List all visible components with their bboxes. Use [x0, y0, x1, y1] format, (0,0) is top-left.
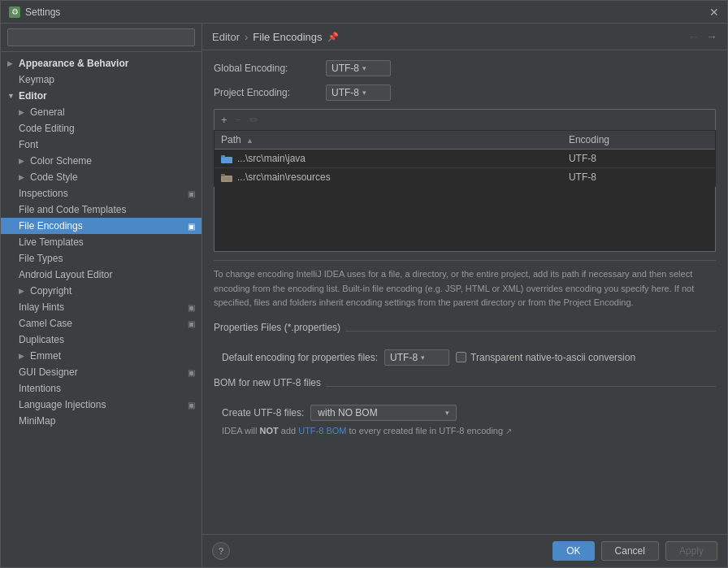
default-encoding-row: Default encoding for properties files: U… [214, 349, 716, 366]
edit-button[interactable]: ✏ [246, 112, 262, 128]
properties-section-title: Properties Files (*.properties) [214, 322, 340, 333]
window-title: Settings [25, 7, 60, 18]
arrow-icon: ▶ [7, 59, 15, 67]
sidebar-item-live-templates[interactable]: Live Templates [1, 234, 202, 250]
sidebar-item-keymap[interactable]: Keymap [1, 72, 202, 88]
transparent-checkbox[interactable] [456, 352, 466, 362]
create-utf8-dropdown[interactable]: with NO BOM ▾ [310, 405, 457, 421]
project-encoding-dropdown[interactable]: UTF-8 ▾ [326, 85, 391, 101]
path-column-header[interactable]: Path ▲ [214, 131, 562, 150]
sidebar-item-inspections[interactable]: Inspections ▣ [1, 185, 202, 202]
sidebar-item-appearance[interactable]: ▶ Appearance & Behavior [1, 55, 202, 72]
default-encoding-dropdown[interactable]: UTF-8 ▾ [384, 349, 449, 366]
global-encoding-dropdown[interactable]: UTF-8 ▾ [326, 60, 391, 76]
sidebar-item-copyright[interactable]: ▶ Copyright [1, 283, 202, 299]
arrow-icon: ▼ [7, 92, 15, 100]
title-bar-left: ⚙ Settings [9, 7, 60, 18]
sidebar-item-label: Keymap [19, 74, 195, 85]
bom-info-suffix: to every created file in UTF-8 encoding [349, 426, 504, 436]
sidebar-item-intentions[interactable]: Intentions [1, 380, 202, 397]
remove-button[interactable]: − [232, 112, 245, 128]
sidebar-item-label: GUI Designer [19, 366, 184, 378]
help-button[interactable]: ? [212, 542, 230, 560]
sidebar-item-label: Inspections [19, 188, 184, 199]
bom-section-title-bar: BOM for new UTF-8 files [214, 377, 716, 397]
sidebar-item-label: Emmet [30, 350, 195, 362]
sidebar-item-label: Inlay Hints [19, 301, 184, 313]
encoding-column-header[interactable]: Encoding [562, 131, 716, 150]
transparent-label: Transparent native-to-ascii conversion [470, 352, 635, 363]
sidebar-item-file-code-templates[interactable]: File and Code Templates [1, 202, 202, 218]
sidebar-item-code-editing[interactable]: Code Editing [1, 120, 202, 137]
chevron-down-icon: ▾ [362, 89, 366, 97]
sidebar-item-emmet[interactable]: ▶ Emmet [1, 348, 202, 364]
close-button[interactable]: ✕ [709, 6, 719, 19]
create-label: Create UTF-8 files: [222, 407, 304, 418]
sidebar: 🔍 ▶ Appearance & Behavior Keymap ▼ Edito… [1, 24, 202, 567]
settings-icon: ▣ [188, 303, 195, 312]
svg-rect-2 [221, 155, 225, 158]
table-empty-area [214, 187, 716, 252]
sidebar-item-label: Live Templates [19, 236, 195, 248]
sidebar-item-label: Color Scheme [30, 155, 195, 167]
sidebar-item-file-types[interactable]: File Types [1, 250, 202, 267]
search-input[interactable] [7, 28, 195, 46]
sidebar-item-label: File and Code Templates [19, 204, 195, 215]
sidebar-item-inlay-hints[interactable]: Inlay Hints ▣ [1, 299, 202, 315]
sort-icon: ▲ [246, 137, 254, 145]
sidebar-item-editor[interactable]: ▼ Editor [1, 88, 202, 104]
sidebar-item-label: Intentions [19, 383, 195, 394]
global-encoding-label: Global Encoding: [214, 63, 319, 74]
content-scroll: Global Encoding: UTF-8 ▾ Project Encodin… [202, 50, 727, 534]
path-cell: ...\src\main\java [214, 150, 562, 168]
create-utf8-row: Create UTF-8 files: with NO BOM ▾ [214, 405, 716, 421]
title-bar: ⚙ Settings ✕ [1, 1, 727, 24]
breadcrumb-separator: › [245, 31, 248, 43]
info-text: To change encoding IntelliJ IDEA uses fo… [214, 260, 716, 310]
bom-section: BOM for new UTF-8 files Create UTF-8 fil… [214, 377, 716, 436]
path-cell: ...\src\main\resources [214, 168, 562, 187]
sidebar-item-duplicates[interactable]: Duplicates [1, 332, 202, 348]
encoding-cell: UTF-8 [562, 150, 716, 168]
encoding-table: Path ▲ Encoding [214, 130, 716, 187]
apply-button[interactable]: Apply [665, 541, 717, 561]
sidebar-item-color-scheme[interactable]: ▶ Color Scheme [1, 153, 202, 169]
nav-arrows: ← → [688, 30, 717, 43]
default-encoding-label: Default encoding for properties files: [222, 352, 378, 363]
sidebar-item-font[interactable]: Font [1, 137, 202, 153]
ok-button[interactable]: OK [552, 541, 594, 561]
project-encoding-row: Project Encoding: UTF-8 ▾ [214, 85, 716, 101]
sidebar-item-minimap[interactable]: MiniMap [1, 413, 202, 429]
sidebar-item-android-layout[interactable]: Android Layout Editor [1, 267, 202, 283]
bom-info-middle: add [281, 426, 298, 436]
section-title-bar: Properties Files (*.properties) [214, 322, 716, 341]
sidebar-item-lang-injections[interactable]: Language Injections ▣ [1, 397, 202, 413]
settings-icon: ▣ [188, 319, 195, 328]
table-row[interactable]: ...\src\main\resources UTF-8 [214, 168, 716, 187]
settings-dialog: ⚙ Settings ✕ 🔍 ▶ Appearance & Behavior K… [0, 0, 728, 568]
sidebar-item-code-style[interactable]: ▶ Code Style [1, 169, 202, 185]
create-utf8-value: with NO BOM [318, 407, 377, 418]
content-header: Editor › File Encodings 📌 ← → [202, 24, 727, 50]
settings-tree: ▶ Appearance & Behavior Keymap ▼ Editor … [1, 52, 202, 567]
sidebar-item-general[interactable]: ▶ General [1, 104, 202, 120]
search-box: 🔍 [1, 24, 202, 52]
sidebar-item-label: Copyright [30, 285, 195, 297]
sidebar-item-label: Code Editing [19, 123, 195, 134]
table-row[interactable]: ...\src\main\java UTF-8 [214, 150, 716, 168]
cancel-button[interactable]: Cancel [601, 541, 659, 561]
bom-info: IDEA will NOT add UTF-8 BOM to every cre… [214, 426, 716, 436]
settings-icon: ▣ [188, 368, 195, 377]
bom-section-title: BOM for new UTF-8 files [214, 377, 321, 388]
back-button[interactable]: ← [688, 30, 700, 43]
sidebar-item-camel-case[interactable]: Camel Case ▣ [1, 315, 202, 332]
encoding-cell: UTF-8 [562, 168, 716, 187]
external-link-icon[interactable]: ↗ [505, 427, 512, 436]
utf8-bom-link[interactable]: UTF-8 BOM [298, 426, 346, 436]
sidebar-item-file-encodings[interactable]: File Encodings ▣ [1, 218, 202, 234]
add-button[interactable]: + [218, 112, 231, 128]
settings-icon: ▣ [188, 222, 195, 231]
forward-button[interactable]: → [706, 30, 717, 43]
sidebar-item-gui-designer[interactable]: GUI Designer ▣ [1, 364, 202, 380]
sidebar-item-label: Language Injections [19, 399, 184, 410]
